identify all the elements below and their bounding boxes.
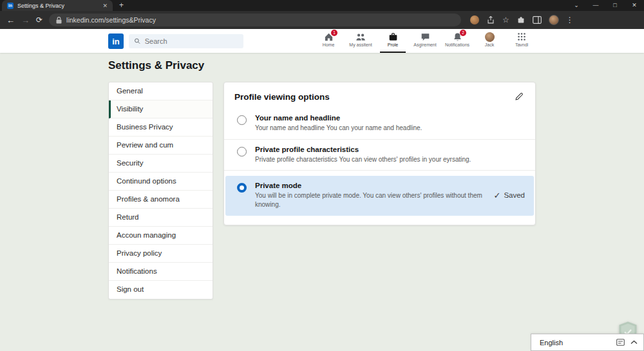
nav-item-profile[interactable]: Prole [377,29,409,53]
sidebar-item-profiles[interactable]: Profiles & anomora [109,191,213,209]
sidebar-item-business-privacy[interactable]: Business Privacy [109,119,213,137]
sidebar-item-return[interactable]: Returd [109,209,213,227]
sidebar-item-continued-options[interactable]: Continund options [109,173,213,191]
favorite-star-icon[interactable]: ☆ [502,16,509,24]
option-private-mode[interactable]: Private mode You will be in complete pri… [225,176,534,216]
nav-item-apps[interactable]: Tavndl [506,29,538,53]
saved-status: ✓ Saved [493,191,525,200]
language-input-icon[interactable] [616,339,625,346]
search-input[interactable] [145,37,238,45]
minimize-button[interactable]: — [586,0,605,11]
url-text: linkedin.com/settings&Privacy [66,16,156,24]
search-icon [134,37,141,45]
check-icon: ✓ [493,191,500,200]
user-avatar [485,32,495,42]
nav-item-home[interactable]: Home 1 [312,29,345,53]
sidebar-item-notifications[interactable]: Notifications [109,263,213,281]
briefcase-icon [388,32,398,42]
linkedin-logo[interactable]: in [108,33,124,49]
extension-avatar-icon[interactable] [470,15,479,24]
address-bar[interactable]: linkedin.com/settings&Privacy [49,14,461,26]
language-label: English [540,339,616,346]
search-box[interactable] [129,34,243,48]
tab-title: Settings & Privacy [17,3,99,9]
chevron-up-icon[interactable] [630,340,638,345]
sidebar-item-sign-out[interactable]: Sign out [109,281,213,299]
back-button[interactable]: ← [6,15,15,25]
browser-toolbar: ← → ⟳ linkedin.com/settings&Privacy ☆ ⋮ [0,11,644,29]
option-private-characteristics[interactable]: Private profile characteristics Private … [224,140,535,171]
browser-tab[interactable]: in Settings & Privacy ✕ [2,0,113,11]
browser-menu-icon[interactable]: ⋮ [566,16,574,24]
close-window-button[interactable]: ✕ [625,0,644,11]
lock-icon [56,17,62,24]
nav-item-notifications[interactable]: Notifications 2 [441,29,473,53]
settings-sidebar: General Visibility Business Privacy Pevr… [108,82,213,299]
refresh-button[interactable]: ⟳ [36,15,43,24]
home-badge: 1 [331,30,337,36]
language-selector[interactable]: English [531,334,644,351]
sidebar-split-icon[interactable] [533,16,542,24]
sidebar-item-account-managing[interactable]: Accoun managing [109,227,213,245]
linkedin-header: in Home 1 My assitent [0,29,644,53]
extensions-puzzle-icon[interactable] [516,15,526,24]
chat-bubble-icon [421,32,430,42]
new-tab-button[interactable]: + [119,0,124,11]
browser-tabstrip: in Settings & Privacy ✕ + ⌄ — □ ✕ [0,0,644,11]
option-name-headline[interactable]: Your name and headline Your name and hea… [224,108,535,140]
radio-selected-icon[interactable] [237,183,247,193]
sidebar-item-general[interactable]: General [109,82,213,100]
maximize-button[interactable]: □ [605,0,625,11]
nav-item-network[interactable]: My assitent [345,29,377,53]
forward-button[interactable]: → [21,15,30,25]
browser-profile-avatar[interactable] [549,15,559,25]
tab-actions-chevron-icon[interactable]: ⌄ [567,0,586,11]
radio-unselected-icon[interactable] [237,115,247,125]
page-title: Settings & Privacy [108,59,204,72]
notifications-badge: 2 [460,30,466,36]
sidebar-item-preview[interactable]: Pevriew and cum [109,137,213,155]
share-icon[interactable] [486,15,495,24]
nav-item-me[interactable]: Jack [473,29,506,53]
sidebar-item-security[interactable]: Security [109,155,213,173]
linkedin-nav: Home 1 My assitent Prole [312,29,538,53]
panel-title: Profile viewing options [234,92,330,102]
nav-item-messaging[interactable]: Asgirement [409,29,441,53]
people-icon [355,32,366,42]
edit-pencil-button[interactable] [513,91,525,102]
radio-unselected-icon[interactable] [237,147,247,157]
grid-icon [517,32,526,42]
profile-viewing-options-panel: Profile viewing options Your name and he… [223,82,536,225]
linkedin-favicon-icon: in [7,3,14,9]
sidebar-item-privacy-policy[interactable]: Privacy policy [109,245,213,263]
sidebar-item-visibility[interactable]: Visibility [109,100,213,119]
tab-close-icon[interactable]: ✕ [102,3,108,9]
